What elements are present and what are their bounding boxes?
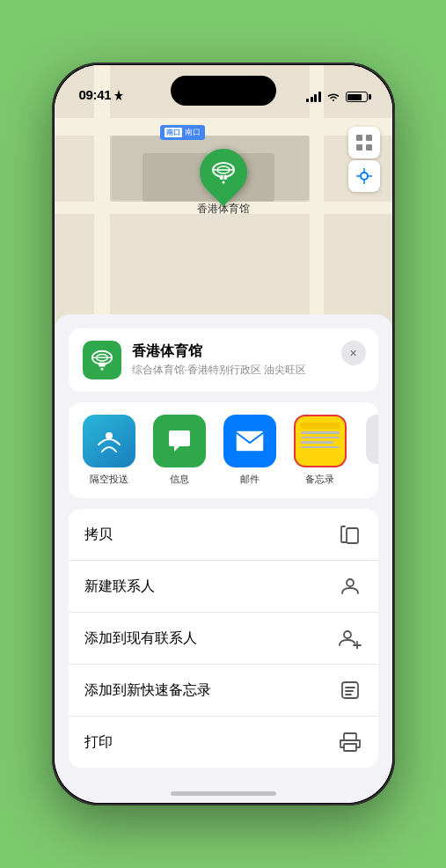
more-icon (366, 415, 378, 464)
new-contact-icon (338, 574, 362, 599)
status-time: 09:41 (79, 87, 112, 102)
quick-note-icon (338, 678, 362, 702)
copy-label: 拷贝 (84, 526, 113, 544)
signal-bars (306, 92, 321, 102)
share-item-more[interactable]: 提 (357, 415, 378, 495)
add-contact-icon (338, 626, 362, 651)
copy-icon (338, 522, 362, 547)
svg-rect-7 (366, 135, 372, 141)
quick-note-label: 添加到新快速备忘录 (84, 681, 211, 700)
location-card: 香港体育馆 综合体育馆·香港特别行政区 油尖旺区 × (69, 328, 378, 392)
airdrop-label: 隔空投送 (90, 473, 128, 486)
svg-rect-8 (356, 144, 362, 151)
home-indicator (171, 791, 276, 796)
svg-point-34 (355, 743, 357, 745)
map-label: 南口 南口 (160, 125, 205, 140)
add-contact-label: 添加到现有联系人 (84, 629, 197, 648)
svg-rect-23 (347, 528, 358, 543)
svg-point-24 (347, 579, 354, 586)
messages-icon (153, 415, 206, 467)
svg-rect-9 (366, 144, 372, 151)
notes-icon (294, 415, 347, 467)
share-item-mail[interactable]: 邮件 (216, 415, 283, 495)
share-item-notes[interactable]: 备忘录 (287, 415, 354, 495)
location-name: 香港体育馆 (132, 342, 364, 361)
new-contact-label: 新建联系人 (84, 577, 155, 596)
map-view-button[interactable] (348, 127, 380, 158)
svg-rect-21 (236, 430, 264, 452)
dynamic-island (171, 76, 276, 106)
svg-point-20 (106, 432, 113, 439)
action-new-contact[interactable]: 新建联系人 (69, 561, 378, 613)
notes-label: 备忘录 (305, 473, 334, 486)
action-add-contact[interactable]: 添加到现有联系人 (69, 613, 378, 665)
action-print[interactable]: 打印 (69, 717, 378, 768)
svg-point-5 (222, 181, 224, 184)
svg-rect-33 (344, 744, 356, 751)
mail-icon (223, 415, 276, 467)
location-button[interactable] (348, 160, 380, 192)
share-item-airdrop[interactable]: 隔空投送 (76, 415, 143, 495)
airdrop-icon (83, 415, 135, 467)
status-icons (306, 92, 368, 102)
svg-point-19 (100, 368, 103, 371)
action-list: 拷贝 新建联系人 (69, 509, 378, 768)
svg-point-25 (344, 631, 351, 638)
svg-rect-32 (344, 733, 356, 740)
location-icon (114, 90, 123, 100)
print-label: 打印 (84, 733, 113, 752)
location-subtitle: 综合体育馆·香港特别行政区 油尖旺区 (132, 363, 364, 378)
mail-label: 邮件 (240, 473, 260, 486)
svg-rect-28 (342, 682, 358, 698)
map-controls (348, 127, 380, 192)
phone-frame: 09:41 (52, 63, 395, 805)
svg-rect-6 (356, 135, 362, 141)
action-quick-note[interactable]: 添加到新快速备忘录 (69, 665, 378, 717)
wifi-icon (326, 92, 340, 102)
share-item-messages[interactable]: 信息 (146, 415, 213, 495)
close-button[interactable]: × (341, 341, 366, 365)
share-row-container: 隔空投送 信息 (69, 402, 378, 498)
share-row: 隔空投送 信息 (69, 415, 378, 495)
map-pin: 香港体育馆 (197, 149, 250, 217)
messages-label: 信息 (170, 473, 189, 486)
action-copy[interactable]: 拷贝 (69, 509, 378, 561)
phone-screen: 09:41 (55, 65, 392, 803)
svg-rect-18 (99, 363, 105, 367)
battery-icon (346, 92, 368, 102)
svg-point-10 (361, 173, 368, 180)
print-icon (338, 730, 362, 754)
location-logo (83, 341, 121, 379)
bottom-sheet: 香港体育馆 综合体育馆·香港特别行政区 油尖旺区 × (55, 314, 392, 803)
location-info: 香港体育馆 综合体育馆·香港特别行政区 油尖旺区 (132, 342, 364, 378)
